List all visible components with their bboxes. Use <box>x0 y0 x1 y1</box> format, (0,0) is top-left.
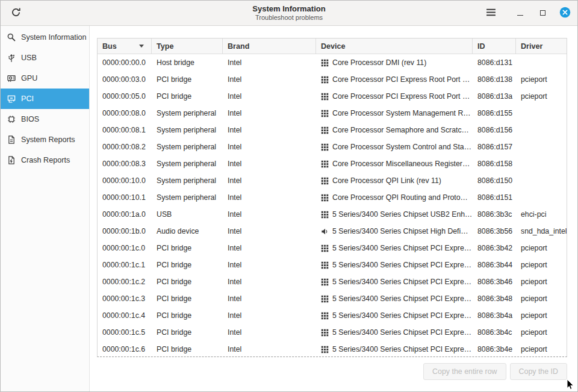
table-row[interactable]: 0000:00:05.0 PCI bridge Intel Core Proce… <box>98 88 567 105</box>
cell-driver: snd_hda_intel <box>516 223 567 240</box>
cell-device: Core Processor Semaphore and Scratc… <box>316 122 473 138</box>
table-row[interactable]: 0000:00:1c.2 PCI bridge Intel 5 Series/3… <box>98 273 567 290</box>
cell-device: Core Processor QPI Routing and Proto… <box>316 189 473 206</box>
cell-bus: 0000:00:10.1 <box>98 189 152 206</box>
column-header-brand[interactable]: Brand <box>223 39 316 54</box>
sidebar-item-bios[interactable]: BIOS <box>1 109 89 129</box>
column-header-type[interactable]: Type <box>152 39 223 54</box>
cell-bus: 0000:00:1c.2 <box>98 273 152 290</box>
sidebar-item-system-reports[interactable]: System Reports <box>1 129 89 150</box>
table-row[interactable]: 0000:00:1c.6 PCI bridge Intel 5 Series/3… <box>98 341 567 357</box>
chip-icon <box>321 244 329 252</box>
table-row[interactable]: 0000:00:1b.0 Audio device Intel 5 Series… <box>98 223 567 240</box>
minimize-icon <box>517 10 523 16</box>
chip-icon <box>321 312 329 320</box>
column-header-device[interactable]: Device <box>316 39 473 54</box>
cell-bus: 0000:00:1c.5 <box>98 324 152 341</box>
cell-brand: Intel <box>223 341 316 357</box>
table-row[interactable]: 0000:00:00.0 Host bridge Intel Core Proc… <box>98 54 567 71</box>
minimize-button[interactable] <box>514 7 527 20</box>
pci-device-table: Bus Type Brand Device ID <box>97 38 567 357</box>
window-controls <box>484 7 577 20</box>
cell-bus: 0000:00:08.2 <box>98 138 152 155</box>
cell-driver: pcieport <box>516 341 567 357</box>
usb-icon <box>7 53 16 63</box>
cell-type: System peripheral <box>152 105 223 122</box>
cell-driver <box>516 138 567 155</box>
sidebar-item-gpu[interactable]: GPU <box>1 68 89 89</box>
cell-brand: Intel <box>223 290 316 307</box>
table-row[interactable]: 0000:00:1c.5 PCI bridge Intel 5 Series/3… <box>98 324 567 341</box>
cell-brand: Intel <box>223 155 316 172</box>
maximize-button[interactable] <box>536 7 549 20</box>
column-header-id[interactable]: ID <box>473 39 516 54</box>
cell-device: 5 Series/3400 Series Chipset PCI Expre… <box>316 257 473 273</box>
column-header-driver[interactable]: Driver <box>516 39 567 54</box>
cell-driver: pcieport <box>516 324 567 341</box>
column-label: Bus <box>102 42 117 51</box>
table-row[interactable]: 0000:00:08.0 System peripheral Intel Cor… <box>98 105 567 122</box>
title-block: System Information Troubleshoot problems <box>252 4 325 22</box>
cell-brand: Intel <box>223 189 316 206</box>
table-row[interactable]: 0000:00:1c.1 PCI bridge Intel 5 Series/3… <box>98 257 567 273</box>
table-row[interactable]: 0000:00:1a.0 USB Intel 5 Series/3400 Ser… <box>98 206 567 223</box>
table-row[interactable]: 0000:00:1c.0 PCI bridge Intel 5 Series/3… <box>98 240 567 257</box>
hamburger-menu-icon <box>486 8 496 19</box>
cell-id: 8086:3b44 <box>473 257 516 273</box>
window-body: System Information USB GPU PCI BIOS Syst… <box>1 26 577 391</box>
table-row[interactable]: 0000:00:08.3 System peripheral Intel Cor… <box>98 155 567 172</box>
cell-type: PCI bridge <box>152 257 223 273</box>
copy-entire-row-button[interactable]: Copy the entire row <box>423 363 506 380</box>
window-subtitle: Troubleshoot problems <box>252 14 325 22</box>
table-row[interactable]: 0000:00:1c.3 PCI bridge Intel 5 Series/3… <box>98 290 567 307</box>
cell-brand: Intel <box>223 88 316 105</box>
cell-bus: 0000:00:00.0 <box>98 54 152 71</box>
cell-type: PCI bridge <box>152 71 223 88</box>
sidebar-item-usb[interactable]: USB <box>1 48 89 68</box>
cell-device: Core Processor DMI (rev 11) <box>316 54 473 71</box>
sidebar-item-crash-reports[interactable]: Crash Reports <box>1 150 89 170</box>
cell-device: 5 Series/3400 Series Chipset PCI Expre… <box>316 290 473 307</box>
cell-device: Core Processor PCI Express Root Port … <box>316 88 473 105</box>
cell-type: PCI bridge <box>152 307 223 324</box>
chip-icon <box>321 76 329 84</box>
cell-bus: 0000:00:1c.3 <box>98 290 152 307</box>
cell-bus: 0000:00:1b.0 <box>98 223 152 240</box>
table-row[interactable]: 0000:00:08.1 System peripheral Intel Cor… <box>98 122 567 138</box>
cell-brand: Intel <box>223 223 316 240</box>
cell-device: 5 Series/3400 Series Chipset PCI Expre… <box>316 240 473 257</box>
chip-icon <box>321 211 329 219</box>
table-header: Bus Type Brand Device ID <box>98 39 567 54</box>
chip-icon <box>321 110 329 117</box>
main-content: Bus Type Brand Device ID <box>90 26 577 391</box>
table-row[interactable]: 0000:00:10.1 System peripheral Intel Cor… <box>98 189 567 206</box>
cell-bus: 0000:00:1c.1 <box>98 257 152 273</box>
menu-button[interactable] <box>484 7 497 20</box>
table-row[interactable]: 0000:00:10.0 System peripheral Intel Cor… <box>98 172 567 189</box>
close-button[interactable] <box>558 7 571 20</box>
cell-brand: Intel <box>223 105 316 122</box>
cell-brand: Intel <box>223 71 316 88</box>
refresh-button[interactable] <box>7 4 25 22</box>
chip-icon <box>321 59 329 67</box>
cell-id: 8086:3b4e <box>473 341 516 357</box>
table-row[interactable]: 0000:00:03.0 PCI bridge Intel Core Proce… <box>98 71 567 88</box>
table-row[interactable]: 0000:00:1c.4 PCI bridge Intel 5 Series/3… <box>98 307 567 324</box>
sidebar-item-system-information[interactable]: System Information <box>1 27 89 48</box>
cell-driver <box>516 172 567 189</box>
copy-id-button[interactable]: Copy the ID <box>510 363 567 380</box>
sidebar-item-pci[interactable]: PCI <box>1 89 89 109</box>
cell-type: System peripheral <box>152 138 223 155</box>
cell-bus: 0000:00:10.0 <box>98 172 152 189</box>
cell-type: Audio device <box>152 223 223 240</box>
table-row[interactable]: 0000:00:08.2 System peripheral Intel Cor… <box>98 138 567 155</box>
column-header-bus[interactable]: Bus <box>98 39 152 54</box>
cell-bus: 0000:00:05.0 <box>98 88 152 105</box>
cell-id: 8086:d131 <box>473 54 516 71</box>
cell-driver <box>516 155 567 172</box>
pci-icon <box>7 94 16 104</box>
cell-brand: Intel <box>223 54 316 71</box>
cell-id: 8086:d156 <box>473 122 516 138</box>
cell-brand: Intel <box>223 324 316 341</box>
bios-icon <box>7 114 16 124</box>
